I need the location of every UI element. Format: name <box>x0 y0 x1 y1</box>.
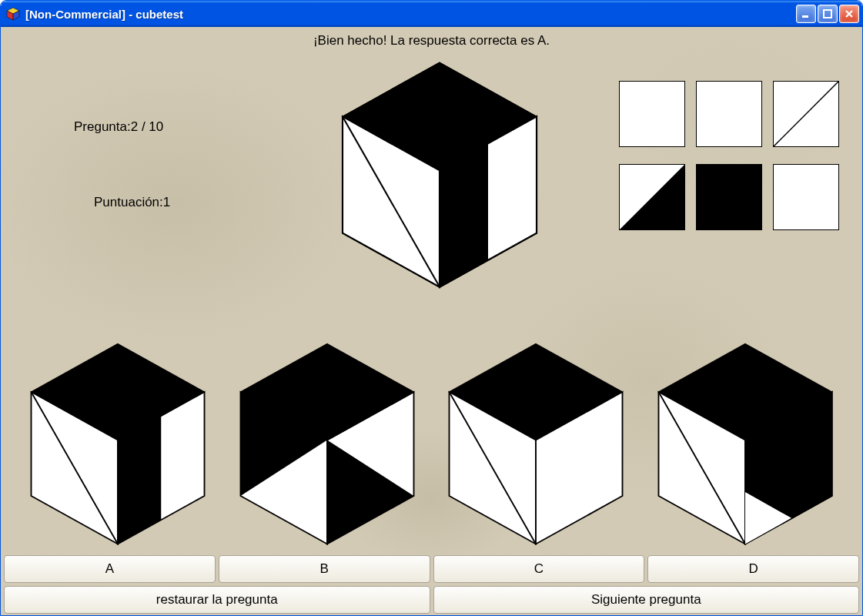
cube-icon <box>5 6 21 22</box>
tile-4 <box>619 164 685 230</box>
feedback-text: ¡Bien hecho! La respuesta correcta es A. <box>1 33 862 49</box>
info-block: Pregunta:2 / 10 Puntuación:1 <box>74 119 170 210</box>
close-button[interactable] <box>839 5 859 23</box>
option-c-button[interactable]: C <box>433 555 645 583</box>
tile-6 <box>773 164 839 230</box>
titlebar: [Non-Commercial] - cubetest <box>1 1 862 27</box>
next-button[interactable]: Siguiente pregunta <box>433 586 860 614</box>
svg-rect-3 <box>802 15 808 18</box>
score-counter: Puntuación:1 <box>94 195 170 210</box>
option-cube-b <box>231 338 423 546</box>
svg-marker-21 <box>620 165 684 229</box>
option-b-button[interactable]: B <box>219 555 430 583</box>
tile-2 <box>696 81 762 147</box>
app-window: [Non-Commercial] - cubetest ¡Bien hecho!… <box>0 0 863 616</box>
reference-cube-overlay <box>332 56 547 295</box>
content-area: ¡Bien hecho! La respuesta correcta es A.… <box>1 27 862 615</box>
face-tiles <box>619 81 839 230</box>
maximize-button[interactable] <box>818 5 838 23</box>
action-buttons: restaurar la pregunta Siguiente pregunta <box>4 586 859 614</box>
window-controls <box>796 5 859 23</box>
option-a-button[interactable]: A <box>4 555 216 583</box>
window-title: [Non-Commercial] - cubetest <box>25 8 796 21</box>
tile-3 <box>773 81 839 147</box>
tile-1 <box>619 81 685 147</box>
minimize-button[interactable] <box>796 5 816 23</box>
option-d-button[interactable]: D <box>647 555 859 583</box>
svg-rect-4 <box>824 10 831 18</box>
option-cube-d <box>649 338 841 546</box>
option-cube-a <box>22 338 214 546</box>
svg-line-20 <box>774 82 838 146</box>
option-cube-c <box>440 338 632 546</box>
tile-5 <box>696 164 762 230</box>
option-labels: A B C D <box>4 555 859 583</box>
restore-button[interactable]: restaurar la pregunta <box>4 586 430 614</box>
question-counter: Pregunta:2 / 10 <box>74 119 170 135</box>
option-cubes <box>1 338 862 546</box>
